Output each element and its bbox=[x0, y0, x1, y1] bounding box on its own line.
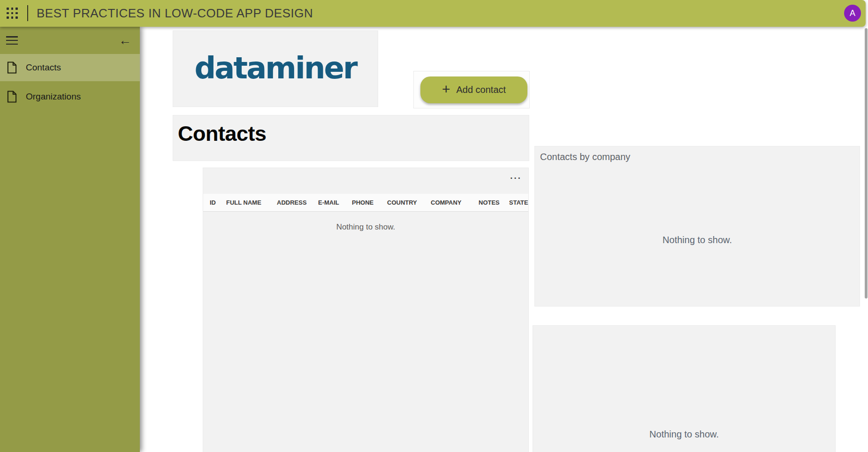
add-contact-label: Add contact bbox=[456, 84, 506, 95]
sidebar: ← ContactsOrganizations bbox=[0, 27, 140, 452]
dataminer-logo: dataminer bbox=[195, 51, 357, 87]
column-header-phone: PHONE bbox=[352, 194, 373, 211]
sidebar-item-contacts[interactable]: Contacts bbox=[0, 54, 140, 81]
column-header-country: COUNTRY bbox=[387, 194, 417, 211]
add-contact-button[interactable]: + Add contact bbox=[420, 77, 527, 103]
table-header-row: IDFULL NAMEADDRESSE-MAILPHONECOUNTRYCOMP… bbox=[203, 194, 528, 212]
app-window: BEST PRACTICES IN LOW-CODE APP DESIGN A … bbox=[0, 0, 868, 452]
contacts-by-company-panel: Contacts by company Nothing to show. bbox=[534, 146, 860, 306]
waffle-menu-icon[interactable] bbox=[7, 8, 19, 20]
page-title-card: Contacts bbox=[173, 115, 529, 161]
sidebar-header: ← bbox=[0, 27, 140, 54]
title-divider bbox=[27, 5, 28, 21]
table-empty-text: Nothing to show. bbox=[203, 222, 528, 232]
logo-card: dataminer bbox=[173, 31, 378, 107]
contacts-table-card: ... IDFULL NAMEADDRESSE-MAILPHONECOUNTRY… bbox=[203, 168, 529, 452]
document-icon bbox=[7, 61, 17, 74]
collapse-sidebar-arrow-icon[interactable]: ← bbox=[119, 33, 131, 47]
main-content: dataminer + Add contact Contacts ... IDF… bbox=[140, 27, 868, 452]
column-header-address: ADDRESS bbox=[277, 194, 307, 211]
details-panel: Nothing to show. bbox=[533, 325, 836, 452]
add-contact-card: + Add contact bbox=[413, 71, 530, 108]
column-header-company: COMPANY bbox=[431, 194, 461, 211]
panel-empty-text: Nothing to show. bbox=[535, 235, 860, 245]
plus-icon: + bbox=[442, 82, 450, 96]
page-title: Contacts bbox=[173, 115, 529, 146]
column-header-state: STATE bbox=[509, 194, 528, 211]
app-bar: BEST PRACTICES IN LOW-CODE APP DESIGN A bbox=[0, 0, 866, 27]
panel-empty-text: Nothing to show. bbox=[533, 429, 835, 440]
sidebar-item-label: Organizations bbox=[26, 92, 81, 102]
hamburger-menu-icon[interactable] bbox=[6, 36, 18, 45]
sidebar-nav: ContactsOrganizations bbox=[0, 54, 140, 110]
column-header-e-mail: E-MAIL bbox=[318, 194, 339, 211]
sidebar-item-organizations[interactable]: Organizations bbox=[0, 83, 140, 110]
column-header-notes: NOTES bbox=[479, 194, 500, 211]
app-title: BEST PRACTICES IN LOW-CODE APP DESIGN bbox=[37, 0, 313, 27]
column-header-full-name: FULL NAME bbox=[226, 194, 261, 211]
panel-title: Contacts by company bbox=[535, 146, 860, 162]
sidebar-item-label: Contacts bbox=[26, 62, 61, 73]
vertical-scrollbar-thumb[interactable] bbox=[865, 28, 868, 299]
column-header-id: ID bbox=[210, 194, 216, 211]
avatar[interactable]: A bbox=[844, 5, 861, 22]
more-options-ellipsis-icon[interactable]: ... bbox=[507, 169, 525, 183]
document-icon bbox=[7, 91, 17, 103]
